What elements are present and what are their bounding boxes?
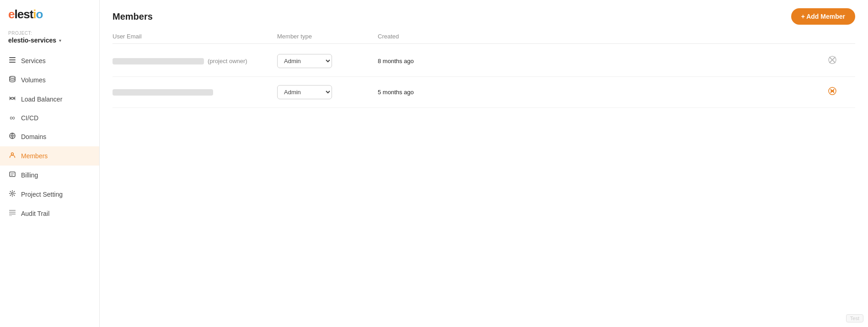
svg-rect-1 (9, 59, 16, 60)
audit-trail-icon (8, 209, 16, 218)
member-type-cell-1: Admin Member Viewer (277, 54, 378, 68)
sidebar-item-audit-trail[interactable]: Audit Trail (0, 204, 99, 223)
svg-rect-8 (9, 210, 16, 211)
members-icon (8, 151, 16, 161)
logo: elestio (0, 0, 99, 27)
logo-letter-e2: e (17, 7, 23, 21)
sidebar-item-audit-trail-label: Audit Trail (21, 210, 49, 217)
created-cell-2: 5 months ago (378, 89, 828, 96)
sidebar-item-domains-label: Domains (21, 133, 46, 140)
members-table-area: User Email Member type Created (project … (100, 29, 868, 327)
remove-button-1[interactable] (828, 55, 837, 67)
sidebar-item-volumes[interactable]: Volumes (0, 70, 99, 90)
svg-rect-6 (10, 172, 15, 177)
sidebar-nav: Services Volumes Load Balancer ∞ CI/CD D… (0, 49, 99, 327)
domains-icon (8, 132, 16, 141)
table-row: Admin Member Viewer 5 months ago (113, 77, 855, 108)
sidebar-item-cicd-label: CI/CD (21, 114, 38, 122)
cicd-icon: ∞ (8, 114, 16, 122)
sidebar-item-billing-label: Billing (21, 172, 38, 179)
col-header-created: Created (378, 33, 828, 40)
logo-letter-e: e (8, 7, 14, 21)
svg-rect-0 (9, 57, 16, 58)
sidebar-item-volumes-label: Volumes (21, 76, 46, 84)
services-icon (8, 56, 16, 65)
project-name-row[interactable]: elestio-services ▾ (8, 37, 91, 44)
logo-letter-s: s (23, 7, 29, 21)
remove-button-2[interactable] (828, 86, 837, 98)
sidebar-item-project-setting-label: Project Setting (21, 191, 63, 198)
email-blur-1 (113, 58, 204, 64)
sidebar-item-members-label: Members (21, 152, 48, 160)
sidebar-item-load-balancer-label: Load Balancer (21, 96, 62, 103)
sidebar-item-billing[interactable]: Billing (0, 166, 99, 185)
svg-rect-11 (9, 215, 12, 216)
email-blur-2 (113, 89, 213, 96)
svg-point-7 (11, 193, 13, 194)
svg-rect-10 (9, 214, 16, 214)
project-name: elestio-services (8, 37, 56, 44)
project-setting-icon (8, 190, 16, 199)
bottom-label: Test (846, 314, 863, 322)
col-header-email: User Email (113, 33, 277, 40)
sidebar-item-cicd[interactable]: ∞ CI/CD (0, 109, 99, 127)
sidebar: elestio PROJECT: elestio-services ▾ Serv… (0, 0, 100, 327)
created-cell-1: 8 months ago (378, 58, 828, 64)
member-type-select-2[interactable]: Admin Member Viewer (277, 85, 332, 99)
page-header: Members + Add Member (100, 0, 868, 29)
logo-letter-o: o (36, 7, 43, 21)
project-label: PROJECT: (8, 31, 91, 36)
sidebar-item-project-setting[interactable]: Project Setting (0, 185, 99, 204)
col-header-actions (828, 33, 855, 40)
svg-point-5 (11, 153, 14, 155)
svg-point-3 (10, 76, 15, 78)
project-selector: PROJECT: elestio-services ▾ (0, 27, 99, 49)
main-content: Members + Add Member User Email Member t… (100, 0, 868, 327)
email-cell-1: (project owner) (113, 58, 277, 64)
sidebar-item-domains[interactable]: Domains (0, 127, 99, 146)
owner-label-1: (project owner) (208, 58, 247, 64)
sidebar-item-load-balancer[interactable]: Load Balancer (0, 90, 99, 109)
sidebar-item-services[interactable]: Services (0, 51, 99, 70)
table-row: (project owner) Admin Member Viewer 8 mo… (113, 46, 855, 77)
svg-rect-9 (9, 212, 16, 213)
add-member-button[interactable]: + Add Member (791, 8, 855, 25)
table-header: User Email Member type Created (113, 29, 855, 44)
email-cell-2 (113, 89, 277, 96)
chevron-down-icon: ▾ (59, 38, 61, 43)
billing-icon (8, 171, 16, 180)
sidebar-item-members[interactable]: Members (0, 146, 99, 166)
svg-rect-2 (9, 62, 16, 63)
col-header-member-type: Member type (277, 33, 378, 40)
sidebar-item-services-label: Services (21, 57, 46, 64)
volumes-icon (8, 75, 16, 85)
member-type-select-1[interactable]: Admin Member Viewer (277, 54, 332, 68)
page-title: Members (113, 11, 153, 22)
remove-cell-1 (828, 55, 855, 67)
remove-cell-2 (828, 86, 855, 98)
load-balancer-icon (8, 95, 16, 104)
member-type-cell-2: Admin Member Viewer (277, 85, 378, 99)
